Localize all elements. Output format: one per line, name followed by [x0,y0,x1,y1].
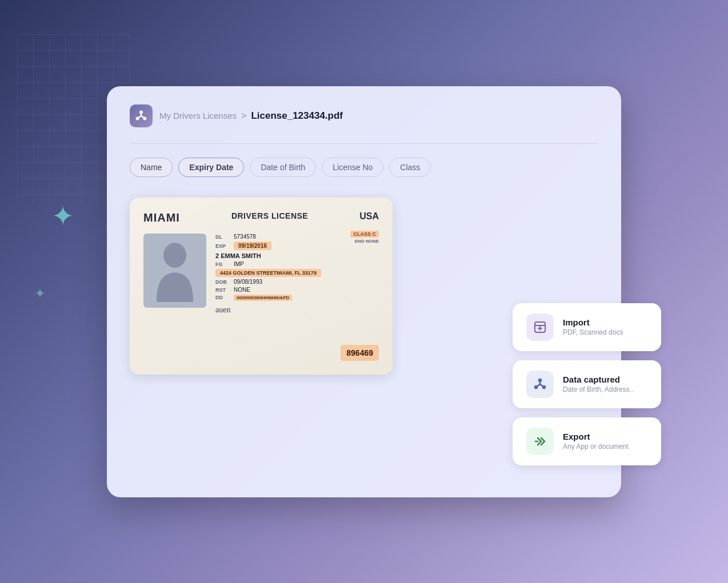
license-country: USA [359,211,379,222]
header-divider [130,143,598,144]
dob-label: DOB [215,279,231,285]
svg-point-6 [163,243,186,268]
tag-licenseno[interactable]: License No [322,158,383,177]
fg-label: FG [215,262,231,267]
license-state: MIAMI [143,211,180,224]
signature: auen [215,305,379,315]
data-icon [526,371,554,398]
fg-row: FG IMP [215,261,379,267]
barcode-number: 896469 [341,345,379,361]
tag-class[interactable]: Class [389,158,431,177]
breadcrumb: My Drivers Licenses > License_123434.pdf [159,110,343,122]
license-info: DL 5734578 EXP 09/19/2016 CLASS C END NO… [215,234,379,315]
dd-row: DD 00/0000/000HHNHN/AFD [215,295,379,301]
name-value: 2 EMMA SMITH [215,252,261,259]
rst-row: RST NONE [215,287,379,293]
dl-label: DL [215,234,231,240]
import-title: Import [563,317,623,327]
data-captured-card: Data captured Date of Birth, Address.. [513,360,661,408]
barcode-section: 896469 [341,345,379,361]
license-header: MIAMI DRIVERS LICENSE USA [143,211,379,224]
app-logo [130,104,153,127]
import-subtitle: PDF, Scanned docs [563,328,623,336]
dob-value: 09/08/1993 [234,279,262,285]
tag-dob[interactable]: Date of Birth [250,158,316,177]
license-card: MIAMI DRIVERS LICENSE USA DL 573 [130,198,393,375]
address-value: 4424 GOLDEN STREETMIAMI, FL 33179 [215,269,321,277]
import-icon [526,313,554,341]
tag-expiry[interactable]: Expiry Date [178,158,244,177]
svg-line-16 [540,384,543,387]
class-value: CLASS C [350,231,379,238]
breadcrumb-current: License_123434.pdf [251,110,343,122]
export-subtitle: Any App or document [563,443,629,451]
svg-line-5 [141,116,145,118]
license-photo [143,234,206,308]
export-icon [526,428,554,455]
export-title: Export [563,432,629,441]
dd-label: DD [215,295,231,300]
breadcrumb-parent[interactable]: My Drivers Licenses [159,111,237,120]
tag-bar: Name Expiry Date Date of Birth License N… [130,158,598,177]
address-row: 4424 GOLDEN STREETMIAMI, FL 33179 [215,269,379,277]
export-text: Export Any App or document [563,432,629,451]
header: My Drivers Licenses > License_123434.pdf [130,104,598,127]
name-row: 2 EMMA SMITH [215,252,379,259]
export-card: Export Any App or document [513,417,661,465]
fg-value: IMP [234,261,244,267]
exp-value: 09/19/2016 [234,242,271,250]
breadcrumb-sep: > [241,111,246,121]
main-card: My Drivers Licenses > License_123434.pdf… [107,86,621,497]
data-captured-text: Data captured Date of Birth, Address.. [563,375,633,393]
bg-star-1: ✦ [51,200,74,232]
dl-value: 5734578 [234,234,256,240]
tag-name[interactable]: Name [130,158,173,177]
import-card: Import PDF, Scanned docs [513,303,661,351]
license-body: DL 5734578 EXP 09/19/2016 CLASS C END NO… [143,234,379,315]
end-value: END NONE [350,239,379,244]
feature-cards: Import PDF, Scanned docs Data captured D… [513,303,661,465]
rst-label: RST [215,287,231,293]
data-captured-subtitle: Date of Birth, Address.. [563,385,633,393]
dd-value: 00/0000/000HHNHN/AFD [234,295,292,301]
import-text: Import PDF, Scanned docs [563,317,623,336]
exp-label: EXP [215,243,231,249]
bg-star-2: ✦ [34,286,46,301]
license-title: DRIVERS LICENSE [231,211,308,220]
dob-row: DOB 09/08/1993 [215,279,379,285]
data-captured-title: Data captured [563,375,633,384]
rst-value: NONE [234,287,250,293]
